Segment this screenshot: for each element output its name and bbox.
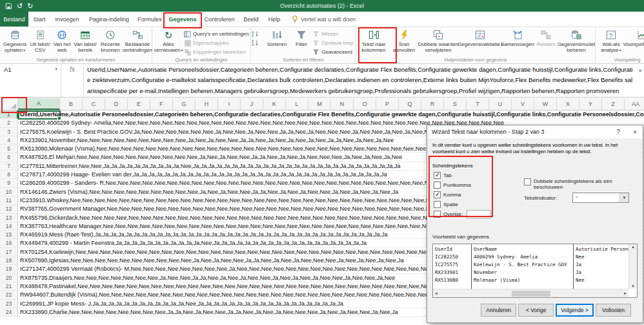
text-qualifier-select[interactable]: " ▼ — [572, 193, 629, 203]
treat-consecutive-option[interactable]: Dubbele scheidingstekens als één beschou… — [524, 178, 637, 190]
save-icon[interactable] — [5, 3, 12, 10]
formula-expand-icon[interactable]: ▾ — [639, 66, 641, 76]
dialog-title-bar[interactable]: Wizard Tekst naar kolommen - Stap 2 van … — [427, 125, 643, 138]
column-header[interactable]: B — [60, 98, 83, 110]
name-box[interactable]: A1 ▾ — [0, 64, 61, 97]
recent-sources-button[interactable]: Recente bronnen — [97, 28, 123, 58]
column-header[interactable]: D — [105, 98, 128, 110]
row-number[interactable]: 18 — [0, 257, 18, 265]
preview-vertical-scrollbar[interactable]: ▲ ▼ — [629, 244, 637, 289]
row-number[interactable]: 13 — [0, 214, 18, 222]
back-button[interactable]: < Vorige — [518, 304, 554, 317]
text-to-columns-button[interactable]: Tekst naar kolommen — [357, 28, 390, 58]
row-number[interactable]: 10 — [0, 188, 18, 196]
sort-button[interactable]: Sorteren — [263, 28, 290, 58]
cancel-button[interactable]: Annuleren — [481, 304, 516, 317]
scroll-down-icon[interactable]: ▼ — [631, 284, 635, 288]
tab-formules[interactable]: Formules — [134, 12, 165, 26]
select-all-corner[interactable] — [0, 98, 18, 110]
consolidate-button[interactable]: Samenvoegen — [501, 28, 534, 58]
column-header[interactable]: T — [467, 98, 489, 110]
forecast-sheet-button[interactable]: Voorspellingblad — [626, 28, 644, 58]
what-if-button[interactable]: ? Wat-als analyse▾ — [596, 28, 626, 58]
row-number[interactable]: 6 — [0, 153, 18, 162]
tab-start[interactable]: Start — [28, 12, 50, 26]
column-header[interactable]: J — [241, 98, 263, 110]
undo-icon[interactable]: ↺ — [17, 3, 23, 10]
refresh-all-button[interactable]: ↻ Alles vernieuwen▾ — [153, 28, 184, 58]
row-number[interactable]: 2 — [0, 119, 18, 127]
delimiter-komma[interactable]: Komma — [434, 190, 491, 200]
row-number[interactable]: 7 — [0, 162, 18, 171]
row-number[interactable]: 21 — [0, 282, 18, 291]
column-header[interactable]: P — [376, 98, 399, 110]
get-data-button[interactable]: Gegevens ophalen▾ — [1, 28, 29, 58]
insert-function-button[interactable]: fx — [61, 64, 84, 97]
row-number[interactable]: 15 — [0, 231, 18, 239]
column-header[interactable]: A — [18, 98, 60, 110]
queries-connections-button[interactable]: Query's en verbindingen — [184, 30, 250, 38]
row-number[interactable]: 5 — [0, 145, 18, 153]
column-header[interactable]: G — [173, 98, 196, 110]
advanced-filter-button[interactable]: Geavanceerd — [312, 48, 355, 56]
next-button[interactable]: Volgende > — [556, 304, 594, 317]
tab-invoegen[interactable]: Invoegen — [50, 12, 84, 26]
chevron-down-icon[interactable]: ▼ — [619, 193, 629, 202]
column-header[interactable]: X — [557, 98, 579, 110]
column-header[interactable]: Y — [579, 98, 602, 110]
row-number[interactable]: 3 — [0, 128, 18, 136]
from-table-range-button[interactable]: Van tabel/ bereik — [73, 28, 97, 58]
row-number[interactable]: 4 — [0, 136, 18, 145]
sheet-row[interactable]: 1 UserId,UserName,Autorisatie Personeels… — [0, 110, 644, 119]
row-content[interactable]: UserId,UserName,Autorisatie Personeelsdo… — [18, 110, 644, 119]
row-number[interactable]: 16 — [0, 239, 18, 247]
existing-connections-button[interactable]: Bestaande verbindingen — [123, 28, 152, 58]
delimiter-puntkomma[interactable]: Puntkomma — [434, 180, 491, 190]
manage-data-model-button[interactable]: Gegevensmodel beheren — [558, 28, 594, 58]
semicolon-checkbox[interactable] — [434, 182, 441, 189]
sort-descending-button[interactable]: ZA — [252, 39, 263, 47]
tab-help[interactable]: Help — [263, 12, 285, 26]
column-header[interactable]: S — [444, 98, 467, 110]
row-number[interactable]: 14 — [0, 222, 18, 231]
close-icon[interactable]: × — [627, 125, 643, 138]
row-number[interactable]: 12 — [0, 205, 18, 213]
tab-checkbox[interactable] — [434, 172, 441, 179]
column-header[interactable]: U — [489, 98, 512, 110]
column-header[interactable]: I — [218, 98, 241, 110]
preview-horizontal-scrollbar[interactable]: ◄ ► — [433, 289, 629, 297]
column-header[interactable]: R — [421, 98, 444, 110]
tell-me-box[interactable]: Vertel wat u wilt doen — [285, 12, 362, 26]
flash-fill-button[interactable]: Snel aanvullen — [390, 28, 418, 58]
column-header[interactable]: AA — [625, 98, 644, 110]
column-header[interactable]: C — [83, 98, 105, 110]
row-number[interactable]: 11 — [0, 196, 18, 205]
row-number[interactable]: 1 — [0, 110, 18, 119]
comma-checkbox[interactable] — [434, 191, 441, 198]
column-header[interactable]: F — [150, 98, 173, 110]
row-number[interactable]: 19 — [0, 265, 18, 273]
from-web-button[interactable]: Van het web — [51, 28, 73, 58]
tab-controleren[interactable]: Controleren — [200, 12, 239, 26]
column-header[interactable]: W — [534, 98, 557, 110]
column-header[interactable]: Z — [602, 98, 625, 110]
column-header[interactable]: E — [128, 98, 150, 110]
row-number[interactable]: 9 — [0, 179, 18, 187]
row-number[interactable]: 8 — [0, 171, 18, 179]
filter-button[interactable]: Filter — [290, 28, 312, 58]
other-checkbox[interactable] — [434, 211, 441, 218]
column-header[interactable]: K — [263, 98, 286, 110]
tab-bestand[interactable]: Bestand — [0, 12, 28, 26]
column-header[interactable]: N — [331, 98, 354, 110]
column-header[interactable]: O — [354, 98, 376, 110]
column-header[interactable]: L — [286, 98, 308, 110]
delimiter-overige[interactable]: Overige: — [434, 209, 491, 219]
delimiter-tab[interactable]: Tab — [434, 171, 491, 180]
row-number[interactable]: 22 — [0, 291, 18, 299]
finish-button[interactable]: Voltooien — [596, 304, 631, 317]
row-number[interactable]: 24 — [0, 308, 18, 317]
other-delimiter-input[interactable] — [467, 210, 491, 218]
tab-gegevens[interactable]: Gegevens — [165, 12, 200, 26]
redo-icon[interactable]: ↻ — [27, 3, 33, 10]
help-icon[interactable]: ? — [610, 125, 626, 138]
